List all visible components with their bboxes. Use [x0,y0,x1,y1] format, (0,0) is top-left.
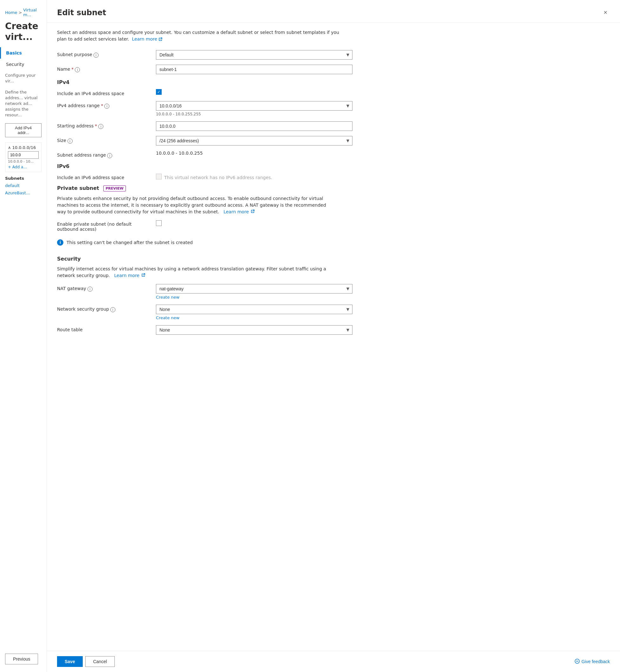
preview-badge: PREVIEW [103,186,125,192]
panel-title: Edit subnet [57,8,106,17]
starting-address-control [156,121,353,131]
subnet-link-azurebast[interactable]: AzureBast... [0,189,47,197]
name-required: * [71,66,73,72]
size-select[interactable]: /24 (256 addresses) [156,136,353,146]
info-callout-icon: i [57,239,63,246]
subnet-address-range-info-icon[interactable]: i [107,153,112,158]
panel-description: Select an address space and configure yo… [57,29,342,43]
subnet-purpose-label: Subnet purpose i [57,50,146,58]
nsg-row: Network security group i None ▼ Create n… [57,305,610,320]
nsg-label: Network security group i [57,305,146,312]
route-table-row: Route table None ▼ [57,325,610,335]
route-table-select-wrapper: None ▼ [156,325,353,335]
nat-gateway-select[interactable]: nat-gateway [156,284,353,294]
left-tabs: Basics Security [0,47,47,70]
subnet-link-default[interactable]: default [0,182,47,189]
give-feedback-button[interactable]: Give feedback [575,659,610,665]
edit-subnet-panel: Edit subnet × Select an address space an… [47,0,620,672]
security-section-heading: Security [57,256,610,262]
ip-block-input[interactable] [8,151,39,159]
starting-address-required: * [95,123,97,128]
add-subnet-link[interactable]: + Add a... [8,165,39,169]
private-subnet-info-callout: i This setting can't be changed after th… [57,237,610,248]
subnet-address-range-value: 10.0.0.0 - 10.0.0.255 [156,151,353,156]
ip-block-header[interactable]: ∧ 10.0.0.0/16 [8,145,39,150]
panel-footer: Save Cancel Give feedback [47,651,620,672]
panel-header: Edit subnet × [47,0,620,23]
breadcrumb-home[interactable]: Home [5,10,17,15]
breadcrumb: Home > Virtual m... [0,5,47,20]
ip-block-range: 10.0.0.0 - 10... [8,159,39,164]
include-ipv6-label: Include an IPv6 address space [57,173,146,180]
footer-actions-right: Give feedback [575,659,610,665]
subnets-label: Subnets [0,176,47,181]
learn-more-link-top[interactable]: Learn more [132,36,162,43]
ipv4-range-select-wrapper: 10.0.0.0/16 ▼ [156,101,353,111]
starting-address-input[interactable] [156,121,353,131]
panel-body: Select an address space and configure yo… [47,23,620,651]
size-label: Size i [57,136,146,144]
ipv4-range-select[interactable]: 10.0.0.0/16 [156,101,353,111]
starting-address-info-icon[interactable]: i [98,124,103,129]
starting-address-label: Starting address * i [57,121,146,129]
close-button[interactable]: × [601,8,610,17]
subnet-purpose-control: Default ▼ [156,50,353,60]
subnet-address-range-row: Subnet address range i 10.0.0.0 - 10.0.0… [57,151,610,158]
enable-private-subnet-control [156,220,353,226]
save-button[interactable]: Save [57,656,83,667]
previous-btn-container: Previous [5,654,38,664]
subnet-purpose-select[interactable]: Default [156,50,353,60]
name-row: Name * i [57,65,610,74]
ip-block-label: 10.0.0.0/16 [12,145,36,150]
enable-private-subnet-label: Enable private subnet (no default outbou… [57,220,146,232]
nsg-control: None ▼ Create new [156,305,353,320]
enable-private-subnet-checkbox[interactable] [156,220,162,226]
include-ipv4-control [156,89,353,95]
info-callout-text: This setting can't be changed after the … [66,240,193,245]
subnet-purpose-select-wrapper: Default ▼ [156,50,353,60]
route-table-select[interactable]: None [156,325,353,335]
learn-more-link-security[interactable]: Learn more [113,273,146,278]
ipv4-range-control: 10.0.0.0/16 ▼ 10.0.0.0 - 10.0.255.255 [156,101,353,116]
name-label: Name * i [57,65,146,72]
breadcrumb-separator: > [18,10,22,15]
include-ipv4-checkbox[interactable] [156,89,162,95]
nat-gateway-row: NAT gateway i nat-gateway ▼ Create new [57,284,610,300]
nsg-select-wrapper: None ▼ [156,305,353,314]
learn-more-link-private[interactable]: Learn more [222,209,255,214]
size-info-icon[interactable]: i [67,139,72,144]
name-info-icon[interactable]: i [75,67,80,72]
include-ipv6-checkbox-wrapper: This virtual network has no IPv6 address… [156,173,353,180]
route-table-label: Route table [57,325,146,332]
subnet-address-range-label: Subnet address range i [57,151,146,158]
cancel-button[interactable]: Cancel [85,656,115,667]
previous-button[interactable]: Previous [5,654,38,664]
size-row: Size i /24 (256 addresses) ▼ [57,136,610,146]
ipv4-range-info-icon[interactable]: i [104,104,109,109]
ip-block: ∧ 10.0.0.0/16 10.0.0.0 - 10... + Add a..… [5,142,42,172]
include-ipv4-checkbox-wrapper [156,89,353,95]
nat-gateway-create-new[interactable]: Create new [156,295,353,300]
nsg-create-new[interactable]: Create new [156,315,353,320]
nsg-select[interactable]: None [156,305,353,314]
svg-point-1 [576,660,577,661]
nat-gateway-label: NAT gateway i [57,284,146,292]
nat-gateway-info-icon[interactable]: i [88,287,93,292]
nat-gateway-select-wrapper: nat-gateway ▼ [156,284,353,294]
ipv4-section-heading: IPv4 [57,79,610,85]
nat-gateway-control: nat-gateway ▼ Create new [156,284,353,300]
name-input[interactable] [156,65,353,74]
ipv4-range-required: * [101,103,103,108]
footer-actions-left: Save Cancel [57,656,115,667]
name-control [156,65,353,74]
breadcrumb-current[interactable]: Virtual m... [23,8,42,17]
add-ipv4-button[interactable]: Add IPv4 addr... [5,123,42,137]
collapse-icon: ∧ [8,145,11,150]
tab-basics[interactable]: Basics [0,47,47,59]
subnet-purpose-info-icon[interactable]: i [94,53,99,58]
tab-security[interactable]: Security [0,59,47,70]
ipv4-range-hint: 10.0.0.0 - 10.0.255.255 [156,112,353,116]
nsg-info-icon[interactable]: i [110,307,115,312]
size-control: /24 (256 addresses) ▼ [156,136,353,146]
route-table-control: None ▼ [156,325,353,335]
